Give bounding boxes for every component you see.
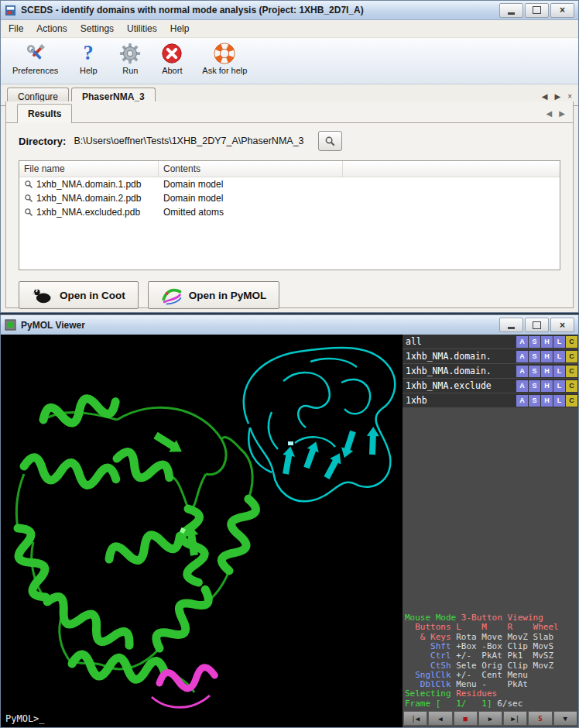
close-button[interactable]: × <box>550 3 574 18</box>
pymol-titlebar[interactable]: PyMOL Viewer × <box>1 315 578 335</box>
file-contents: Domain model <box>159 179 343 190</box>
menu-file[interactable]: File <box>9 23 23 34</box>
menu-dropdown-button[interactable]: ▼ <box>553 711 577 726</box>
subtab-scroll-right-icon[interactable]: ▶ <box>559 109 565 118</box>
minimize-button[interactable] <box>499 3 523 18</box>
button-label: Open in PyMOL <box>189 290 267 301</box>
fast-forward-button[interactable]: ▶| <box>503 711 527 726</box>
preferences-tools-icon <box>24 42 47 65</box>
color-button[interactable]: C <box>566 336 577 348</box>
action-button[interactable]: A <box>516 336 528 348</box>
menu-help[interactable]: Help <box>170 23 190 34</box>
open-in-pymol-button[interactable]: Open in PyMOL <box>148 281 280 309</box>
object-row-excluded[interactable]: 1xhb_NMA.exclude A S H L C <box>403 379 578 393</box>
table-row[interactable]: 1xhb_NMA.domain.1.pdb Domain model <box>19 177 560 191</box>
subtab-scroll-left-icon[interactable]: ◀ <box>546 109 553 118</box>
menu-utilities[interactable]: Utilities <box>127 23 157 34</box>
command-prompt[interactable]: PyMOL>_ <box>5 713 45 724</box>
column-file-name[interactable]: File name <box>19 161 159 177</box>
help-button[interactable]: ? Help <box>71 40 105 77</box>
table-header: File name Contents <box>19 161 560 177</box>
label-button[interactable]: L <box>553 380 565 392</box>
hide-button[interactable]: H <box>541 336 553 348</box>
label-button[interactable]: L <box>553 351 565 362</box>
magnifier-icon <box>24 194 33 203</box>
playback-controls: |◀ ◀ ■ ▶ ▶| S ▼ <box>403 710 578 727</box>
object-row-all[interactable]: all A S H L C <box>403 335 578 349</box>
label-button[interactable]: L <box>553 366 565 377</box>
play-button[interactable]: ▶ <box>478 711 502 726</box>
abort-button[interactable]: Abort <box>155 40 189 77</box>
action-button[interactable]: A <box>516 395 528 407</box>
hide-button[interactable]: H <box>541 395 553 407</box>
tab-scroll-right-icon[interactable]: ▶ <box>554 92 560 101</box>
stop-button[interactable]: ■ <box>454 711 478 726</box>
action-button[interactable]: A <box>516 351 528 362</box>
run-button[interactable]: Run <box>113 40 147 77</box>
maximize-button[interactable] <box>525 318 549 332</box>
object-row-domain-1[interactable]: 1xhb_NMA.domain. A S H L C <box>403 349 578 363</box>
action-button[interactable]: A <box>516 380 528 392</box>
color-button[interactable]: C <box>566 351 577 362</box>
table-row[interactable]: 1xhb_NMA.excluded.pdb Omitted atoms <box>19 205 560 219</box>
tool-label: Help <box>80 66 98 75</box>
show-button[interactable]: S <box>529 395 540 407</box>
close-button[interactable]: × <box>550 318 574 332</box>
sceds-titlebar[interactable]: SCEDS - identify domains with normal mod… <box>1 1 578 20</box>
hide-button[interactable]: H <box>541 380 553 392</box>
column-contents[interactable]: Contents <box>159 161 343 177</box>
minimize-icon <box>508 12 515 15</box>
object-name[interactable]: 1xhb_NMA.domain. <box>406 366 516 376</box>
scene-button[interactable]: S <box>528 711 552 726</box>
object-name[interactable]: 1xhb <box>406 395 516 406</box>
object-name[interactable]: 1xhb_NMA.exclude <box>406 380 516 391</box>
directory-path: B:\Users\oeffner\Tests\1XHB_2DY7_A\Phase… <box>74 136 303 146</box>
tab-content: Results ◀ ▶ Directory: B:\Users\oeffner\… <box>5 101 574 308</box>
pymol-body: PyMOL>_ all A S H L C 1xhb_NMA.domain. A… <box>1 335 578 727</box>
rewind-button[interactable]: |◀ <box>403 711 427 726</box>
object-row-domain-2[interactable]: 1xhb_NMA.domain. A S H L C <box>403 364 578 378</box>
tab-results[interactable]: Results <box>17 104 72 123</box>
ask-for-help-button[interactable]: Ask for help <box>197 40 252 77</box>
menu-actions[interactable]: Actions <box>36 23 67 34</box>
preferences-button[interactable]: Preferences <box>7 40 63 77</box>
show-button[interactable]: S <box>529 336 540 348</box>
action-row: Open in Coot Open in PyMOL <box>19 281 560 309</box>
label-button[interactable]: L <box>553 395 565 407</box>
maximize-icon <box>533 6 541 14</box>
step-back-button[interactable]: ◀ <box>428 711 452 726</box>
object-row-1xhb[interactable]: 1xhb A S H L C <box>403 393 578 407</box>
tab-close-icon[interactable]: × <box>567 92 572 101</box>
object-name[interactable]: all <box>406 336 516 347</box>
menu-settings[interactable]: Settings <box>81 23 114 34</box>
object-name[interactable]: 1xhb_NMA.domain. <box>406 351 516 362</box>
tab-scroll-left-icon[interactable]: ◀ <box>542 92 548 101</box>
help-question-icon: ? <box>77 42 100 65</box>
label-button[interactable]: L <box>553 336 565 348</box>
maximize-button[interactable] <box>525 3 549 18</box>
open-in-coot-button[interactable]: Open in Coot <box>19 281 139 309</box>
magnifier-icon <box>24 180 33 189</box>
browse-directory-button[interactable] <box>318 131 342 151</box>
minimize-button[interactable] <box>499 318 523 332</box>
file-contents: Domain model <box>159 193 343 204</box>
protein-structure[interactable] <box>1 335 403 727</box>
show-button[interactable]: S <box>529 380 540 392</box>
minimize-icon <box>508 327 515 329</box>
color-button[interactable]: C <box>566 380 577 392</box>
molecule-viewport[interactable]: PyMOL>_ <box>1 335 403 727</box>
color-button[interactable]: C <box>566 366 577 377</box>
table-row[interactable]: 1xhb_NMA.domain.2.pdb Domain model <box>19 191 560 205</box>
svg-text:?: ? <box>84 42 94 64</box>
color-button[interactable]: C <box>566 395 577 407</box>
action-button[interactable]: A <box>516 366 528 377</box>
hide-button[interactable]: H <box>541 351 553 362</box>
subtab-strip: Results ◀ ▶ <box>6 101 573 123</box>
show-button[interactable]: S <box>529 351 540 362</box>
file-name: 1xhb_NMA.domain.1.pdb <box>36 179 141 190</box>
subtab-nav: ◀ ▶ <box>546 109 565 122</box>
lifebuoy-icon <box>213 42 236 65</box>
tool-label: Abort <box>162 66 182 75</box>
hide-button[interactable]: H <box>541 366 553 377</box>
show-button[interactable]: S <box>529 366 540 377</box>
